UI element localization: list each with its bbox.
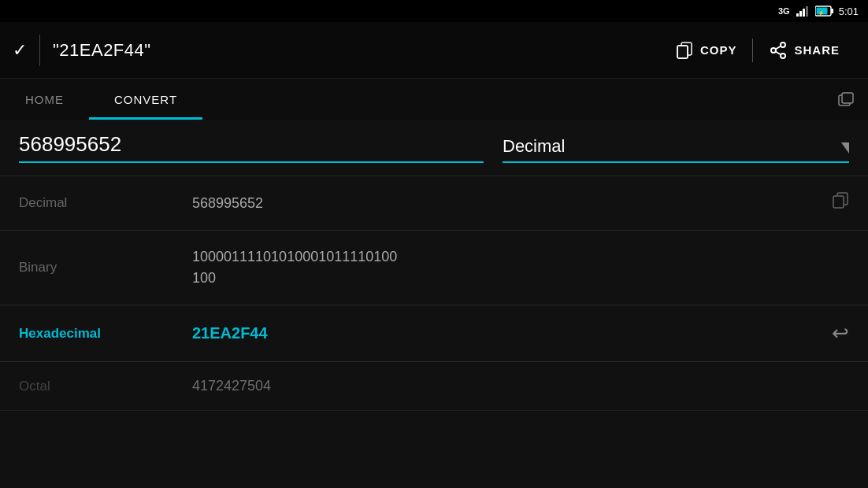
svg-point-11 bbox=[781, 43, 785, 47]
results-section: Decimal 568995652 Binary 100001111010100… bbox=[0, 176, 868, 488]
share-icon bbox=[769, 41, 788, 60]
result-value-hexadecimal: 21EA2F44 bbox=[176, 324, 819, 342]
svg-text:⚡: ⚡ bbox=[817, 9, 824, 17]
result-label-binary: Binary bbox=[19, 260, 176, 275]
tabs: HOME CONVERT bbox=[0, 79, 838, 120]
copy-label: COPY bbox=[700, 43, 737, 57]
svg-rect-19 bbox=[833, 196, 844, 208]
signal-icon bbox=[796, 6, 811, 17]
svg-line-15 bbox=[776, 46, 781, 49]
check-icon[interactable]: ✓ bbox=[13, 40, 27, 61]
copy-button[interactable]: COPY bbox=[659, 22, 753, 79]
battery-icon: ⚡ bbox=[815, 6, 834, 17]
signal-label: 3G bbox=[778, 6, 790, 16]
window-switcher-icon[interactable] bbox=[838, 79, 855, 120]
tab-home[interactable]: HOME bbox=[0, 79, 89, 120]
result-row-binary: Binary 10000111101010001011110100 100 bbox=[0, 231, 868, 305]
svg-rect-3 bbox=[806, 6, 808, 17]
result-row-decimal: Decimal 568995652 bbox=[0, 176, 868, 231]
svg-rect-9 bbox=[677, 46, 688, 58]
svg-point-12 bbox=[771, 48, 776, 53]
tab-home-label: HOME bbox=[25, 93, 64, 106]
input-type-value: Decimal bbox=[503, 136, 565, 157]
copy-decimal-icon[interactable] bbox=[832, 192, 849, 214]
svg-point-13 bbox=[781, 54, 785, 58]
input-type-selector[interactable]: Decimal bbox=[503, 136, 849, 163]
page-title: "21EA2F44" bbox=[53, 40, 659, 61]
copy-icon bbox=[675, 41, 694, 60]
input-number-value: 568995652 bbox=[19, 132, 121, 156]
svg-rect-1 bbox=[799, 11, 802, 17]
svg-rect-2 bbox=[803, 9, 805, 17]
result-value-binary: 10000111101010001011110100 100 bbox=[176, 246, 849, 289]
dropdown-arrow-icon bbox=[841, 142, 849, 153]
result-label-decimal: Decimal bbox=[19, 195, 176, 211]
result-row-octal: Octal 4172427504 bbox=[0, 362, 868, 411]
input-section: 568995652 Decimal bbox=[0, 120, 868, 176]
status-bar: 3G ⚡ 5:01 bbox=[0, 0, 868, 22]
result-label-octal: Octal bbox=[19, 379, 176, 394]
share-button[interactable]: SHARE bbox=[753, 22, 855, 79]
svg-rect-5 bbox=[831, 9, 833, 13]
result-value-octal: 4172427504 bbox=[176, 378, 849, 394]
svg-line-14 bbox=[776, 51, 781, 54]
result-row-hexadecimal: Hexadecimal 21EA2F44 ↩ bbox=[0, 305, 868, 362]
vertical-divider bbox=[39, 35, 40, 66]
main-content: 568995652 Decimal Decimal 568995652 Bina… bbox=[0, 120, 868, 488]
result-label-hexadecimal: Hexadecimal bbox=[19, 326, 176, 342]
tab-convert[interactable]: CONVERT bbox=[89, 79, 202, 120]
result-value-decimal: 568995652 bbox=[176, 195, 819, 212]
tab-bar: HOME CONVERT bbox=[0, 79, 868, 120]
input-number[interactable]: 568995652 bbox=[19, 132, 484, 163]
share-label: SHARE bbox=[794, 43, 840, 57]
svg-rect-17 bbox=[842, 93, 853, 103]
action-bar: ✓ "21EA2F44" COPY SHARE bbox=[0, 22, 868, 79]
action-buttons: COPY SHARE bbox=[659, 22, 855, 79]
svg-rect-0 bbox=[796, 13, 799, 17]
back-arrow-icon[interactable]: ↩ bbox=[832, 321, 849, 346]
tab-convert-label: CONVERT bbox=[114, 93, 177, 106]
time-label: 5:01 bbox=[839, 6, 859, 17]
